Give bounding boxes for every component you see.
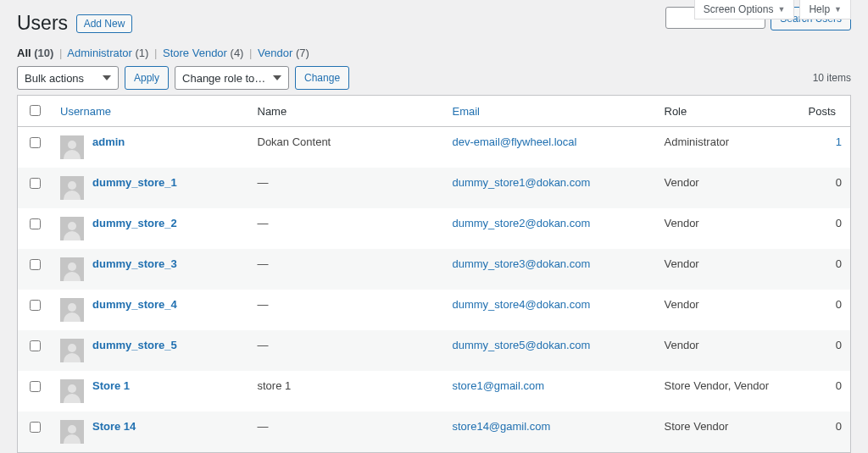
row-checkbox[interactable] (30, 178, 41, 189)
table-row: dummy_store_1—dummy_store1@dokan.comVend… (18, 168, 851, 208)
filter-all[interactable]: All (10) (17, 47, 53, 59)
avatar (60, 176, 84, 200)
posts-cell: 0 (800, 412, 851, 453)
col-posts: Posts (800, 96, 851, 127)
email-link[interactable]: dummy_store5@dokan.com (453, 339, 591, 351)
col-name: Name (249, 96, 444, 127)
chevron-down-icon: ▼ (777, 5, 785, 14)
row-checkbox[interactable] (30, 381, 41, 392)
email-link[interactable]: store1@gmail.com (453, 379, 545, 392)
users-table: Username Name Email Role Posts adminDoka… (17, 95, 851, 453)
posts-link[interactable]: 1 (836, 135, 842, 148)
posts-cell: 0 (800, 330, 851, 371)
items-count: 10 items (813, 72, 851, 84)
username-link[interactable]: admin (92, 135, 125, 148)
username-link[interactable]: dummy_store_4 (92, 298, 177, 311)
name-cell: — (249, 412, 444, 453)
avatar (60, 420, 84, 444)
avatar (60, 298, 84, 322)
name-cell: — (249, 249, 444, 290)
col-email[interactable]: Email (444, 96, 656, 127)
avatar (60, 379, 84, 403)
username-link[interactable]: dummy_store_5 (92, 339, 177, 351)
posts-cell: 0 (800, 168, 851, 208)
posts-cell: 0 (800, 249, 851, 290)
filter-vendor[interactable]: Vendor (7) (258, 47, 309, 59)
posts-cell: 1 (800, 127, 851, 168)
change-button[interactable]: Change (295, 66, 349, 90)
email-link[interactable]: dummy_store3@dokan.com (453, 257, 591, 270)
change-role-select[interactable]: Change role to… (175, 66, 289, 90)
screen-options-label: Screen Options (704, 3, 774, 15)
email-link[interactable]: store14@gamil.com (453, 420, 551, 433)
filter-store-vendor[interactable]: Store Vendor (4) (163, 47, 243, 59)
help-label: Help (809, 3, 830, 15)
page-title: Users (17, 0, 68, 43)
email-link[interactable]: dummy_store4@dokan.com (453, 298, 591, 311)
row-checkbox[interactable] (30, 422, 41, 433)
name-cell: — (249, 168, 444, 208)
posts-cell: 0 (800, 208, 851, 249)
select-all-checkbox[interactable] (30, 105, 41, 116)
email-link[interactable]: dev-email@flywheel.local (453, 135, 577, 148)
username-link[interactable]: dummy_store_3 (92, 257, 177, 270)
username-link[interactable]: Store 14 (92, 420, 136, 433)
role-cell: Store Vendor (656, 412, 800, 453)
name-cell: — (249, 330, 444, 371)
table-row: adminDokan Contentdev-email@flywheel.loc… (18, 127, 851, 168)
username-link[interactable]: dummy_store_1 (92, 176, 177, 189)
name-cell: — (249, 208, 444, 249)
role-cell: Vendor (656, 330, 800, 371)
screen-options-tab[interactable]: Screen Options ▼ (694, 0, 795, 19)
role-cell: Vendor (656, 290, 800, 330)
row-checkbox[interactable] (30, 300, 41, 311)
table-row: dummy_store_2—dummy_store2@dokan.comVend… (18, 208, 851, 249)
view-filters: All (10) | Administrator (1) | Store Ven… (17, 47, 851, 59)
bulk-actions-select[interactable]: Bulk actions (17, 66, 119, 90)
name-cell: — (249, 290, 444, 330)
role-cell: Vendor (656, 208, 800, 249)
col-role: Role (656, 96, 800, 127)
email-link[interactable]: dummy_store1@dokan.com (453, 176, 591, 189)
name-cell: Dokan Content (249, 127, 444, 168)
col-username[interactable]: Username (52, 96, 249, 127)
email-link[interactable]: dummy_store2@dokan.com (453, 217, 591, 229)
avatar (60, 135, 84, 159)
role-cell: Vendor (656, 168, 800, 208)
role-cell: Store Vendor, Vendor (656, 371, 800, 412)
avatar (60, 339, 84, 362)
role-cell: Administrator (656, 127, 800, 168)
role-cell: Vendor (656, 249, 800, 290)
posts-cell: 0 (800, 290, 851, 330)
row-checkbox[interactable] (30, 340, 41, 351)
table-row: Store 14—store14@gamil.comStore Vendor0 (18, 412, 851, 453)
avatar (60, 217, 84, 240)
row-checkbox[interactable] (30, 218, 41, 229)
username-link[interactable]: dummy_store_2 (92, 217, 177, 229)
chevron-down-icon: ▼ (834, 5, 842, 14)
table-row: dummy_store_3—dummy_store3@dokan.comVend… (18, 249, 851, 290)
username-link[interactable]: Store 1 (92, 379, 130, 392)
row-checkbox[interactable] (30, 137, 41, 148)
name-cell: store 1 (249, 371, 444, 412)
table-row: dummy_store_4—dummy_store4@dokan.comVend… (18, 290, 851, 330)
apply-button[interactable]: Apply (125, 66, 169, 90)
avatar (60, 257, 84, 281)
add-new-button[interactable]: Add New (76, 14, 133, 33)
table-row: dummy_store_5—dummy_store5@dokan.comVend… (18, 330, 851, 371)
posts-cell: 0 (800, 371, 851, 412)
help-tab[interactable]: Help ▼ (799, 0, 851, 19)
table-row: Store 1store 1store1@gmail.comStore Vend… (18, 371, 851, 412)
row-checkbox[interactable] (30, 259, 41, 270)
filter-administrator[interactable]: Administrator (1) (67, 47, 148, 59)
